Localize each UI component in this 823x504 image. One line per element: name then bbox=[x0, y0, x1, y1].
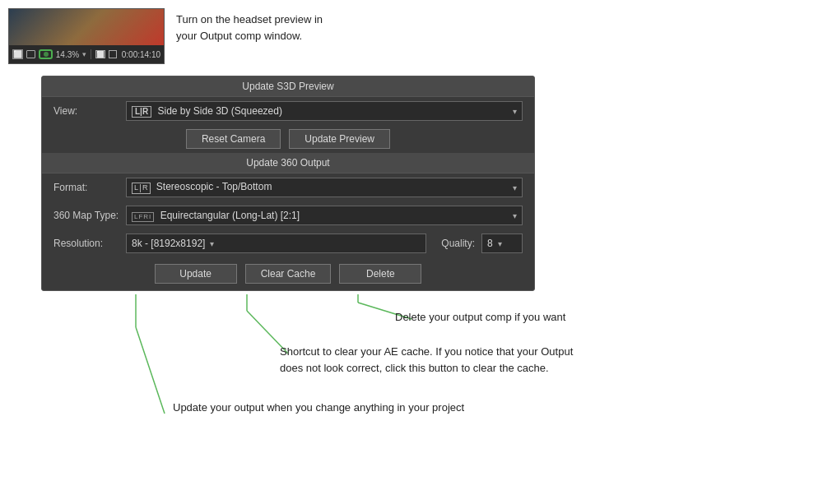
delete-button[interactable]: Delete bbox=[339, 264, 421, 284]
film-icon: ⬜ bbox=[12, 49, 23, 59]
s3d-buttons-row: Reset Camera Update Preview bbox=[42, 125, 534, 153]
reset-camera-button[interactable]: Reset Camera bbox=[186, 129, 281, 149]
headset-text-line1: Turn on the headset preview in bbox=[176, 13, 323, 25]
quality-select[interactable]: 8 ▾ bbox=[481, 234, 523, 253]
delete-annotation: Delete your output comp if you want bbox=[395, 311, 565, 323]
map-type-select[interactable]: LFRI Equirectangular (Long-Lat) [2:1] ▾ bbox=[126, 206, 523, 225]
format-icon-l: L bbox=[134, 184, 138, 192]
map-type-wrap: LFRI Equirectangular (Long-Lat) [2:1] bbox=[132, 210, 300, 222]
format-divider bbox=[140, 184, 141, 192]
quality-dropdown-arrow: ▾ bbox=[498, 239, 502, 248]
main-panel: Update S3D Preview View: L|R Side by Sid… bbox=[41, 76, 535, 291]
view-label: View: bbox=[53, 105, 119, 117]
map-type-label: 360 Map Type: bbox=[53, 210, 119, 221]
update-preview-button[interactable]: Update Preview bbox=[289, 129, 390, 149]
map-type-row: 360 Map Type: LFRI Equirectangular (Long… bbox=[42, 201, 534, 229]
update-annotation: Update your output when you change anyth… bbox=[173, 401, 464, 414]
format-value: Stereoscopic - Top/Bottom bbox=[156, 181, 272, 192]
view-row: View: L|R Side by Side 3D (Squeezed) ▾ bbox=[42, 97, 534, 125]
format-select[interactable]: L R Stereoscopic - Top/Bottom ▾ bbox=[126, 178, 523, 197]
view-value: Side by Side 3D (Squeezed) bbox=[157, 105, 281, 117]
clear-cache-text-line1: Shortcut to clear your AE cache. If you … bbox=[280, 345, 573, 358]
thumbnail-image bbox=[9, 9, 164, 45]
clear-cache-annotation: Shortcut to clear your AE cache. If you … bbox=[280, 344, 573, 376]
resolution-row: Resolution: 8k - [8192x8192] ▾ Quality: … bbox=[42, 229, 534, 257]
view-dropdown-arrow: ▾ bbox=[513, 107, 517, 116]
crop-icon bbox=[109, 50, 117, 58]
clear-cache-button[interactable]: Clear Cache bbox=[245, 264, 332, 284]
s3d-section-title: Update S3D Preview bbox=[42, 76, 534, 97]
format-label: Format: bbox=[53, 182, 119, 193]
monitor-icon bbox=[26, 50, 35, 58]
timecode: 0:00:14:10 bbox=[122, 50, 160, 59]
preview-thumbnail: ⬜ 14.3% ▾ ⬜ 0:00:14:10 bbox=[8, 8, 165, 64]
view-lr-icon: L|R Side by Side 3D (Squeezed) bbox=[132, 105, 282, 118]
action-buttons-row: Update Clear Cache Delete bbox=[42, 257, 534, 290]
output-section-title: Update 360 Output bbox=[42, 153, 534, 173]
main-panel-wrap: Update S3D Preview View: L|R Side by Sid… bbox=[0, 72, 823, 294]
format-icon-r: R bbox=[142, 184, 148, 192]
lr-badge: L|R bbox=[132, 106, 151, 118]
quality-label: Quality: bbox=[441, 238, 475, 249]
map-type-icons: LFRI bbox=[134, 214, 151, 220]
resolution-select[interactable]: 8k - [8192x8192] ▾ bbox=[126, 234, 426, 253]
annotation-texts: Delete your output comp if you want Shor… bbox=[41, 294, 823, 459]
map-type-dropdown-arrow: ▾ bbox=[513, 211, 517, 220]
top-section: ⬜ 14.3% ▾ ⬜ 0:00:14:10 Turn on the heads… bbox=[0, 0, 823, 72]
vr-headset-icon bbox=[39, 49, 52, 59]
separator bbox=[91, 49, 91, 59]
thumbnail-overlay: ⬜ 14.3% ▾ ⬜ 0:00:14:10 bbox=[9, 45, 164, 63]
dropdown-arrow-icon: ▾ bbox=[82, 50, 86, 58]
zoom-percent: 14.3% bbox=[56, 50, 79, 59]
format-lr-badge: L R bbox=[132, 183, 151, 194]
format-row: Format: L R Stereoscopic - Top/Bottom ▾ bbox=[42, 173, 534, 201]
headset-text-line2: your Output comp window. bbox=[176, 30, 302, 42]
frame-icon: ⬜ bbox=[95, 50, 105, 58]
quality-value: 8 bbox=[487, 238, 493, 249]
resolution-value: 8k - [8192x8192] bbox=[132, 238, 205, 249]
clear-cache-text-line2: does not look correct, click this button… bbox=[280, 362, 549, 374]
resolution-label: Resolution: bbox=[53, 238, 119, 249]
resolution-dropdown-arrow: ▾ bbox=[210, 239, 214, 248]
view-select[interactable]: L|R Side by Side 3D (Squeezed) ▾ bbox=[126, 101, 523, 121]
update-button[interactable]: Update bbox=[155, 264, 237, 284]
annotation-area: Delete your output comp if you want Shor… bbox=[0, 294, 823, 459]
map-type-value: Equirectangular (Long-Lat) [2:1] bbox=[160, 210, 300, 221]
map-type-badge: LFRI bbox=[132, 212, 154, 222]
format-icon-wrap: L R Stereoscopic - Top/Bottom bbox=[132, 181, 272, 194]
format-dropdown-arrow: ▾ bbox=[513, 183, 517, 192]
headset-preview-description: Turn on the headset preview in your Outp… bbox=[176, 8, 807, 44]
